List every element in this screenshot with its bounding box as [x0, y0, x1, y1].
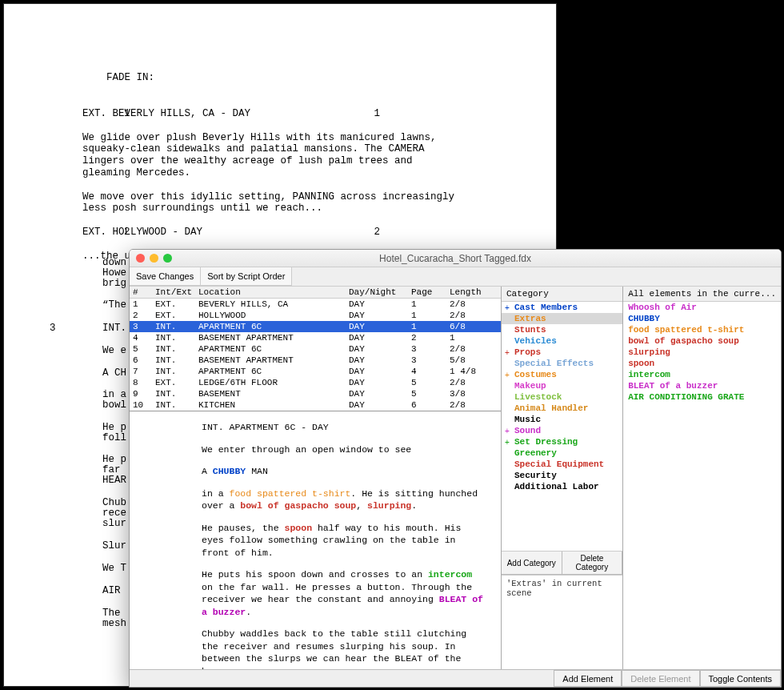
elements-list[interactable]: Whoosh of AirCHUBBYfood spattered t-shir…: [623, 302, 781, 669]
category-label: Special Equipment: [514, 459, 604, 469]
close-icon[interactable]: [136, 254, 145, 263]
scene-number-right: 2: [374, 227, 380, 239]
expand-icon[interactable]: +: [503, 348, 511, 357]
category-note: 'Extras' in current scene: [502, 575, 622, 669]
category-label: Animal Handler: [514, 403, 588, 413]
category-item[interactable]: +Props: [502, 347, 622, 358]
element-item[interactable]: food spattered t-shirt: [623, 324, 781, 335]
category-item[interactable]: Vehicles: [502, 335, 622, 347]
scene-number-left: 1: [124, 108, 130, 120]
element-item[interactable]: Whoosh of Air: [623, 302, 781, 313]
element-item[interactable]: slurping: [623, 347, 781, 358]
category-item[interactable]: Stunts: [502, 324, 622, 335]
script-fragment: far: [102, 464, 121, 475]
tagging-window: Hotel_Cucaracha_Short Tagged.fdx Save Ch…: [129, 249, 782, 688]
category-item[interactable]: Livestock: [502, 391, 622, 403]
scene-heading: EXT. HOLLYWOOD - DAY: [82, 227, 484, 239]
script-fragment: Howe: [102, 267, 126, 279]
element-item[interactable]: spoon: [623, 358, 781, 369]
expand-icon[interactable]: +: [503, 303, 511, 312]
script-fragment: “The: [102, 299, 126, 311]
elements-header: All elements in the curre...: [623, 287, 781, 302]
window-titlebar[interactable]: Hotel_Cucaracha_Short Tagged.fdx: [130, 250, 781, 267]
tagged-cast[interactable]: CHUBBY: [213, 466, 246, 476]
category-label: Extras: [514, 314, 546, 323]
category-item[interactable]: Makeup: [502, 380, 622, 391]
expand-icon[interactable]: +: [503, 438, 511, 447]
category-item[interactable]: Music: [502, 414, 622, 425]
add-category-button[interactable]: Add Category: [502, 552, 562, 575]
col-page: Page: [411, 287, 450, 297]
action-text: He pauses, the spoon half way to his mou…: [202, 522, 486, 560]
bottom-bar: Add Element Delete Element Toggle Conten…: [130, 669, 781, 687]
script-fragment: A CH: [102, 367, 126, 379]
script-fragment: INT.: [102, 323, 126, 334]
scene-row[interactable]: 6INT.BASEMENT APARTMENTDAY35/8: [130, 355, 501, 366]
element-item[interactable]: CHUBBY: [623, 313, 781, 324]
category-pane: Category +Cast MembersExtrasStuntsVehicl…: [502, 287, 623, 669]
minimize-icon[interactable]: [150, 254, 158, 263]
scene-row[interactable]: 9INT.BASEMENTDAY53/8: [130, 388, 501, 399]
scene-row[interactable]: 7INT.APARTMENT 6CDAY41 4/8: [130, 366, 501, 377]
scene-row[interactable]: 1EXT.BEVERLY HILLS, CADAY12/8: [130, 299, 501, 310]
category-item[interactable]: Additional Labor: [502, 481, 622, 492]
scene-row[interactable]: 2EXT.HOLLYWOODDAY12/8: [130, 310, 501, 321]
action-text: A CHUBBY MAN: [202, 465, 486, 478]
script-fragment: He p: [102, 422, 126, 433]
delete-element-button[interactable]: Delete Element: [622, 670, 699, 687]
category-item[interactable]: Greenery: [502, 447, 622, 459]
sort-order-button[interactable]: Sort by Script Order: [201, 267, 292, 286]
element-item[interactable]: intercom: [623, 369, 781, 380]
expand-icon[interactable]: +: [503, 371, 511, 379]
scene-row[interactable]: 8EXT.LEDGE/6TH FLOORDAY52/8: [130, 377, 501, 388]
zoom-icon[interactable]: [163, 254, 172, 263]
category-item[interactable]: Special Effects: [502, 358, 622, 369]
script-fragment: slur: [102, 518, 126, 529]
col-daynight: Day/Night: [349, 287, 411, 297]
script-fragment: He p: [102, 454, 126, 465]
category-list[interactable]: +Cast MembersExtrasStuntsVehicles+PropsS…: [502, 302, 622, 551]
element-item[interactable]: AIR CONDITIONING GRATE: [623, 391, 781, 403]
category-item[interactable]: Security: [502, 470, 622, 481]
expand-icon[interactable]: +: [503, 427, 511, 435]
toolbar: Save Changes Sort by Script Order: [130, 267, 781, 287]
scene-content[interactable]: INT. APARTMENT 6C - DAY We enter through…: [130, 411, 501, 669]
tagged-set-dressing[interactable]: intercom: [428, 569, 472, 580]
script-fragment: foll: [102, 432, 126, 443]
scene-row[interactable]: 4INT.BASEMENT APARTMENTDAY21: [130, 332, 501, 343]
script-fragment: Slur: [102, 540, 126, 552]
scene-row[interactable]: 10INT.KITCHENDAY62/8: [130, 399, 501, 411]
category-item[interactable]: Special Equipment: [502, 459, 622, 470]
category-item[interactable]: +Cast Members: [502, 302, 622, 313]
category-item[interactable]: +Costumes: [502, 369, 622, 380]
scene-list[interactable]: # Int/Ext Location Day/Night Page Length…: [130, 287, 501, 411]
col-length: Length: [450, 287, 498, 297]
add-element-button[interactable]: Add Element: [554, 670, 622, 687]
action-text: We enter through an open window to see: [202, 443, 486, 456]
category-label: Makeup: [514, 381, 546, 391]
category-label: Stunts: [514, 325, 546, 335]
scene-row[interactable]: 3INT.APARTMENT 6CDAY16/8: [130, 321, 501, 332]
save-changes-button[interactable]: Save Changes: [130, 267, 201, 286]
tagged-prop[interactable]: spoon: [285, 523, 313, 533]
category-item[interactable]: +Sound: [502, 425, 622, 436]
category-label: Additional Labor: [514, 482, 599, 491]
category-item[interactable]: +Set Dressing: [502, 436, 622, 447]
script-fragment: down: [102, 257, 126, 268]
tagged-prop[interactable]: slurping: [367, 500, 411, 511]
element-item[interactable]: bowl of gaspacho soup: [623, 335, 781, 347]
category-label: Livestock: [514, 392, 562, 402]
category-item[interactable]: Extras: [502, 313, 622, 324]
action-text: We glide over plush Beverly Hills with i…: [82, 132, 458, 179]
tagged-prop[interactable]: bowl of gaspacho soup: [240, 500, 356, 511]
category-item[interactable]: Animal Handler: [502, 403, 622, 414]
delete-category-button[interactable]: Delete Category: [562, 552, 623, 575]
element-item[interactable]: BLEAT of a buzzer: [623, 380, 781, 391]
col-location: Location: [198, 287, 349, 297]
category-label: Music: [514, 415, 541, 424]
script-fragment: We T: [102, 563, 126, 574]
tagged-costume[interactable]: food spattered t-shirt: [230, 488, 351, 499]
scene-row[interactable]: 5INT.APARTMENT 6CDAY32/8: [130, 343, 501, 355]
scene-list-header: # Int/Ext Location Day/Night Page Length: [130, 287, 501, 299]
toggle-contents-button[interactable]: Toggle Contents: [700, 670, 782, 687]
